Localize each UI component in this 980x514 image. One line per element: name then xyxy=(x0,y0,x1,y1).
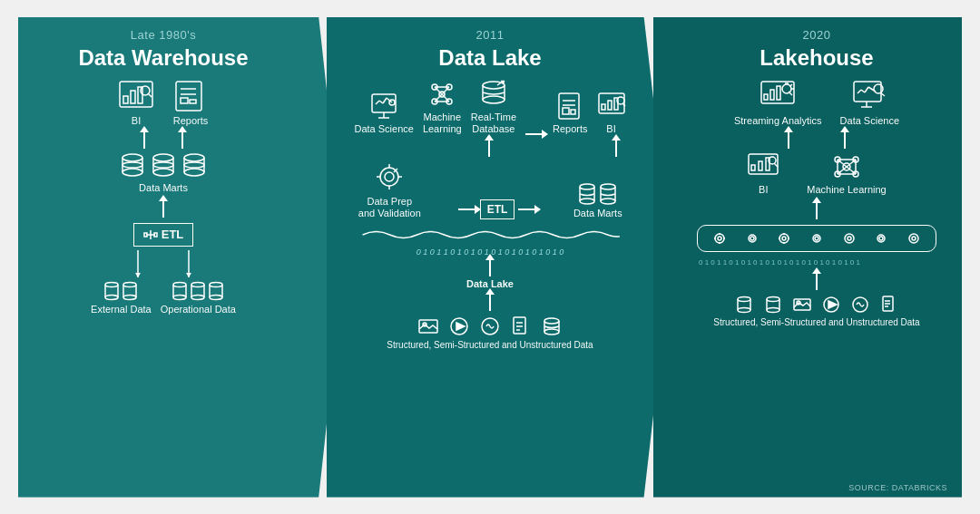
data-marts-dl-cylinders xyxy=(578,183,617,205)
svg-point-182 xyxy=(767,296,779,301)
panel-data-lake: 2011 Data Lake xyxy=(327,17,671,498)
data-marts-label: Data Marts xyxy=(139,182,188,194)
data-prep-label: Data Prep and Validation xyxy=(358,196,421,219)
branch-arrows xyxy=(135,250,191,277)
streaming-analytics-icon xyxy=(760,80,796,112)
lh-top-row: Streaming Analytics xyxy=(734,80,899,127)
lh-bottom-label: Structured, Semi-Structured and Unstruct… xyxy=(713,317,919,327)
operational-data-container: Operational Data xyxy=(161,281,236,315)
svg-rect-137 xyxy=(751,165,755,170)
ml-icon xyxy=(427,80,456,109)
svg-point-20 xyxy=(153,162,173,168)
svg-rect-110 xyxy=(514,317,525,334)
svg-point-117 xyxy=(544,329,559,335)
branch-right xyxy=(186,250,191,277)
op-cyl-2 xyxy=(190,281,206,301)
svg-point-170 xyxy=(815,237,818,240)
db-icon xyxy=(542,316,562,336)
svg-rect-28 xyxy=(144,233,147,237)
etl-box-dl: ETL xyxy=(480,199,515,219)
svg-point-155 xyxy=(715,234,724,243)
svg-rect-9 xyxy=(181,98,188,103)
data-marts-dl-label: Data Marts xyxy=(573,208,622,219)
svg-rect-29 xyxy=(154,233,157,237)
svg-point-162 xyxy=(750,237,754,240)
ext-cyl-1 xyxy=(103,281,120,301)
svg-marker-189 xyxy=(828,301,837,308)
dm-cyl-1 xyxy=(578,183,596,205)
dw-content: BI Reports xyxy=(18,80,309,316)
svg-text:0 1 0 1 1 0 1 0 1 0 1 0 1 0 1 : 0 1 0 1 1 0 1 0 1 0 1 0 1 0 1 0 1 0 1 0 … xyxy=(699,258,860,267)
op-cyl-3 xyxy=(208,281,224,301)
data-science-lh-icon xyxy=(852,80,887,112)
diagram: Late 1980's Data Warehouse BI xyxy=(18,17,962,498)
data-science-label: Data Science xyxy=(354,123,413,135)
era-label-dw: Late 1980's xyxy=(18,17,309,45)
arrow-up-3 xyxy=(162,199,164,218)
svg-point-185 xyxy=(767,307,779,312)
gear-3 xyxy=(778,232,790,245)
dl-content: Data Science xyxy=(345,80,635,351)
svg-line-5 xyxy=(148,93,152,97)
svg-rect-86 xyxy=(608,101,612,110)
gear-5 xyxy=(843,232,856,245)
lh-arrows-up xyxy=(788,131,846,149)
arrow-up-2 xyxy=(181,131,183,149)
arrow-up-source xyxy=(489,293,491,311)
svg-point-161 xyxy=(749,235,756,242)
gear-7 xyxy=(907,232,920,245)
data-mart-1 xyxy=(120,152,145,178)
svg-rect-1 xyxy=(123,96,128,103)
svg-point-169 xyxy=(813,235,820,242)
external-data-container: External Data xyxy=(91,281,152,315)
etl-box-dw: ETL xyxy=(133,223,194,247)
reports-icon-container: Reports xyxy=(172,80,209,127)
bi-icon xyxy=(118,80,154,112)
svg-point-21 xyxy=(184,154,204,161)
svg-point-42 xyxy=(173,282,186,286)
gear-2 xyxy=(747,233,758,244)
lh-arrow-up-1 xyxy=(788,131,789,149)
ml-container: MachineLearning xyxy=(423,80,462,135)
svg-line-57 xyxy=(383,98,387,103)
lh-cyl-2 xyxy=(764,296,782,314)
svg-point-176 xyxy=(912,237,916,240)
image-icon xyxy=(418,316,438,336)
svg-rect-85 xyxy=(602,104,605,110)
svg-point-15 xyxy=(122,162,142,168)
bi-dl-container: BI xyxy=(597,92,626,135)
reports-dl-label: Reports xyxy=(553,123,588,135)
video-icon xyxy=(449,316,469,336)
ml-lh-container: Machine Learning xyxy=(807,152,886,196)
rt-to-reports-arrow xyxy=(525,133,544,135)
svg-rect-2 xyxy=(131,91,135,103)
external-data-label: External Data xyxy=(91,304,152,315)
dl-middle-row: Data Prep and Validation ETL xyxy=(358,160,622,219)
svg-point-46 xyxy=(191,282,204,286)
etl-icon-dw xyxy=(143,228,158,242)
svg-point-19 xyxy=(153,169,173,176)
svg-marker-31 xyxy=(135,273,141,277)
dl-source-icons xyxy=(418,316,562,336)
svg-rect-83 xyxy=(571,110,575,114)
svg-line-70 xyxy=(442,94,449,102)
svg-rect-6 xyxy=(176,82,201,111)
svg-point-95 xyxy=(385,172,394,181)
bi-lh-container: BI xyxy=(747,152,779,196)
dl-arrow-right1 xyxy=(615,139,617,157)
data-mart-2 xyxy=(151,152,176,178)
svg-point-164 xyxy=(782,237,786,240)
gear-1 xyxy=(713,232,726,245)
svg-line-68 xyxy=(442,87,449,94)
gear-4 xyxy=(811,233,822,244)
audio-icon xyxy=(480,316,500,336)
dm-cyl-2 xyxy=(599,183,617,205)
arrow-up-lake xyxy=(489,258,491,276)
svg-point-104 xyxy=(601,199,615,204)
arrow-up-1 xyxy=(143,131,145,149)
streaming-analytics-container: Streaming Analytics xyxy=(734,80,822,127)
streaming-analytics-label: Streaming Analytics xyxy=(734,115,822,127)
bi-lh-label: BI xyxy=(759,184,768,196)
svg-point-24 xyxy=(184,169,204,176)
svg-rect-10 xyxy=(190,100,196,103)
